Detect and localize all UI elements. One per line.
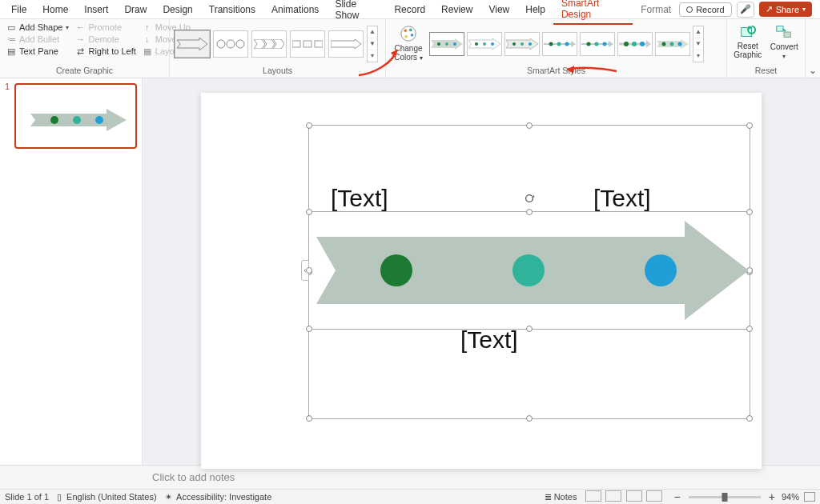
text-pane-button[interactable]: ▤ Text Pane [5,46,70,57]
tab-review[interactable]: Review [433,1,480,18]
svg-marker-39 [646,40,651,48]
notes-toggle[interactable]: ≣ Notes [545,492,577,502]
layout-thumb[interactable] [251,30,287,58]
styles-gallery[interactable]: ▲ ▼ ▾ [429,26,704,62]
slide-thumbnails-pane[interactable]: 1 [0,78,143,465]
svg-point-23 [491,42,494,46]
voice-button[interactable]: 🎤 [737,2,754,18]
slide-thumbnail[interactable] [14,83,137,149]
zoom-out-button[interactable]: − [671,490,684,503]
styles-scroll[interactable]: ▲ ▼ ▾ [693,26,704,62]
group-label: Layouts [175,66,380,76]
layout-thumb[interactable] [175,30,210,58]
record-label: Record [696,5,724,14]
svg-point-40 [624,42,629,46]
layout-thumb[interactable] [328,30,364,58]
layouts-gallery[interactable]: ▲ ▼ ▾ [175,26,378,62]
normal-view-button[interactable] [585,490,601,502]
scroll-up-icon[interactable]: ▲ [368,26,377,38]
tab-insert[interactable]: Insert [76,1,116,18]
tab-draw[interactable]: Draw [116,1,155,18]
svg-point-55 [73,116,81,124]
accessibility-checker[interactable]: ✴ Accessibility: Investigate [165,492,272,502]
palette-icon [400,25,417,42]
svg-point-26 [521,42,524,46]
tab-view[interactable]: View [480,1,517,18]
smartart-text-placeholder[interactable]: [Text] [593,185,651,212]
reset-graphic-button[interactable]: Reset Graphic [732,23,764,66]
svg-rect-9 [315,41,323,47]
style-thumb[interactable] [504,32,540,56]
style-thumb[interactable] [467,32,502,56]
reset-icon [739,23,757,41]
svg-point-1 [217,40,225,48]
add-shape-button[interactable]: ▭ Add Shape ▾ [5,22,70,33]
change-colors-button[interactable]: Change Colors ▾ [391,25,426,62]
style-thumb[interactable] [580,32,615,56]
svg-point-30 [549,42,553,46]
svg-point-21 [475,42,478,46]
notes-placeholder: Click to add notes [152,471,235,483]
record-button[interactable]: Record [679,2,731,17]
style-thumb[interactable] [429,32,464,56]
tab-transitions[interactable]: Transitions [201,1,263,18]
svg-point-35 [587,42,591,46]
convert-icon [775,23,793,41]
add-bullet-button: ≔ Add Bullet [5,34,70,45]
convert-button[interactable]: Convert ▾ [769,23,801,66]
tab-design[interactable]: Design [155,1,200,18]
svg-marker-4 [254,39,265,49]
style-thumb[interactable] [655,32,690,56]
tab-animations[interactable]: Animations [263,1,327,18]
scroll-up-icon[interactable]: ▲ [693,26,703,38]
style-thumb[interactable] [617,32,653,56]
fit-to-window-button[interactable] [804,492,815,502]
reading-view-button[interactable] [626,490,642,502]
layout-thumb[interactable] [290,30,325,58]
zoom-slider[interactable] [689,496,761,498]
language-indicator[interactable]: ▯ English (United States) [57,492,157,502]
smartart-text-placeholder[interactable]: [Text] [331,185,388,212]
gallery-more-icon[interactable]: ▾ [693,50,703,62]
tab-record[interactable]: Record [386,1,433,18]
gallery-more-icon[interactable]: ▾ [368,50,377,62]
svg-point-46 [678,42,682,46]
tab-format[interactable]: Format [633,1,679,18]
rtl-button[interactable]: ⇄ Right to Left [74,46,137,57]
svg-point-61 [645,254,677,286]
ribbon-collapse-button[interactable]: ⌄ [806,19,820,78]
person-icon: ✴ [165,492,172,502]
chevron-down-icon: ⌄ [809,65,817,76]
slideshow-view-button[interactable] [646,490,662,502]
ribbon-tabs: File Home Insert Draw Design Transitions… [0,0,820,19]
svg-point-57 [526,195,533,202]
smartart-arrow-graphic[interactable] [316,221,749,320]
rotate-handle-icon[interactable] [524,193,535,204]
group-label: SmartArt Styles [391,66,722,76]
add-shape-icon: ▭ [6,22,16,32]
svg-point-12 [404,30,408,33]
svg-point-36 [595,42,599,46]
view-buttons [585,490,662,503]
demote-button: → Demote [74,34,137,45]
chevron-down-icon: ▾ [66,24,69,31]
svg-point-45 [670,42,674,46]
slide[interactable]: ‹ [Text] [Text] [Text] [201,93,762,469]
svg-marker-34 [609,41,613,47]
share-button[interactable]: ↗ Share ▾ [759,2,812,17]
style-thumb[interactable] [542,32,577,56]
layouts-scroll[interactable]: ▲ ▼ ▾ [367,26,378,62]
slide-canvas[interactable]: ‹ [Text] [Text] [Text] [143,78,820,465]
sorter-view-button[interactable] [605,490,621,502]
tab-help[interactable]: Help [517,1,553,18]
scroll-down-icon[interactable]: ▼ [368,38,377,50]
tab-file[interactable]: File [3,1,34,18]
tab-home[interactable]: Home [34,1,76,18]
layout-thumb[interactable] [213,30,248,58]
zoom-in-button[interactable]: + [766,490,778,503]
zoom-level[interactable]: 94% [782,492,799,502]
smartart-text-placeholder[interactable]: [Text] [460,326,518,354]
svg-point-13 [409,29,412,32]
scroll-down-icon[interactable]: ▼ [693,38,703,50]
group-smartart-styles: Change Colors ▾ ▲ ▼ ▾ SmartArt Styles [386,19,727,78]
